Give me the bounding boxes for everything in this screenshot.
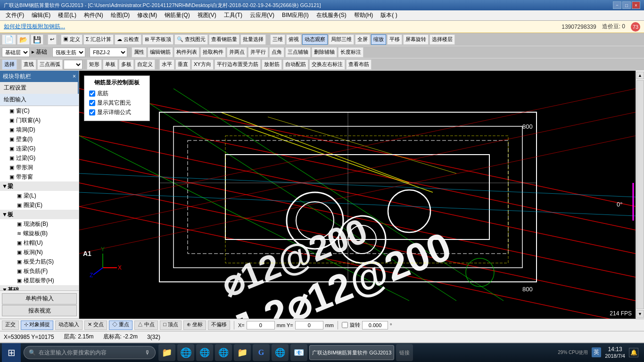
bar-code-select[interactable]: FBZJ-2 [90,48,127,57]
sidebar-close-icon[interactable]: × [73,73,76,80]
menu-component[interactable]: 构件(N) [80,10,107,20]
open-btn[interactable]: 📂 [17,34,30,45]
point-angle-btn[interactable]: 点角 [269,47,284,58]
dim-btn[interactable]: 长度标注 [338,47,363,58]
sidebar-item-slab-hole[interactable]: ▣板洞(N) [0,247,79,257]
sidebar-item-slab-rebar[interactable]: ▣板受力筋(S) [0,257,79,266]
parallel-btn[interactable]: 并平行 [248,47,268,58]
sidebar-item-floor-strip[interactable]: ▣楼层板带(H) [0,276,79,285]
draw-select[interactable] [64,60,83,69]
taskbar-app-link[interactable]: 链接 [396,344,413,361]
sidebar-item-strip-window[interactable]: ▣带形窗 [0,172,79,181]
menu-help[interactable]: 帮助(H) [350,10,377,20]
notif-count[interactable]: 73 [631,22,640,32]
parallel-place-btn[interactable]: 平行边布置受力筋 [215,59,261,70]
sidebar-item-lintel[interactable]: ▣过梁(G) [0,153,79,163]
taskbar-search[interactable]: 🔍 在这里输入你要搜索的内容 🎙 [24,346,156,359]
right-scroll-up[interactable]: ▲ [636,72,644,79]
menu-rebar-qty[interactable]: 钢筋量(Q) [161,10,193,20]
formula-checkbox[interactable] [89,109,95,115]
right-scroll-mid[interactable] [636,80,644,309]
vertical-btn[interactable]: 垂直 [175,59,190,70]
notif-message[interactable]: 如何处理筏板附加钢筋... [4,23,65,31]
y-input[interactable] [295,321,323,329]
mic-icon[interactable]: 🎙 [145,349,150,356]
x-input[interactable] [247,321,275,329]
snap-midweight[interactable]: ◇ 重点 [109,321,132,330]
radial-bar-btn[interactable]: 放射筋 [262,59,282,70]
snap-intersection[interactable]: ✕ 交点 [84,321,107,330]
sidebar-item-niche[interactable]: ▣壁龛(I) [0,134,79,144]
sidebar-item-strip-hole[interactable]: ▣带形洞 [0,163,79,172]
taskbar-app-g[interactable]: G [253,344,270,361]
rotate-checkbox[interactable] [342,322,348,328]
start-button[interactable]: ⊞ [2,343,21,362]
view-bar-btn[interactable]: 查看布筋 [346,59,372,70]
other-elem-checkbox[interactable] [89,100,95,106]
taskbar-app-file[interactable]: 📁 [234,344,251,361]
two-points-btn[interactable]: 并两点 [227,47,247,58]
rotate-input[interactable] [362,321,388,329]
bottom-bar-checkbox[interactable] [89,90,95,97]
snap-vertex[interactable]: □ 顶点 [160,321,182,330]
sidebar-group-beam[interactable]: ▼ 梁 [0,181,79,191]
rect-btn[interactable]: 矩形 [87,59,102,70]
pan-btn[interactable]: 平移 [387,34,402,45]
menu-version[interactable]: 版本( ) [377,10,401,20]
del-aux-btn[interactable]: 删除辅轴 [312,47,337,58]
menu-tools[interactable]: 工具(T) [220,10,246,20]
zoom-btn[interactable]: 缩放 [371,34,386,45]
taskbar-app-ie2[interactable]: 🌐 [215,344,232,361]
rebar-check-bottom[interactable]: 底筋 [89,90,145,98]
dynamic-view-btn[interactable]: 动态观察 [302,34,328,45]
three-point-aux-btn[interactable]: 三点辅轴 [285,47,311,58]
sidebar-item-conn-beam[interactable]: ▣连梁(G) [0,144,79,153]
snap-dynamic[interactable]: 动态输入 [55,321,83,330]
local-3d-btn[interactable]: 局部三维 [329,34,354,45]
select-floor-btn[interactable]: 选择楼层 [429,34,455,45]
maximize-btn[interactable]: □ [622,1,631,9]
line-btn[interactable]: 直线 [21,59,36,70]
menu-floor[interactable]: 楼层(L) [54,10,80,20]
sidebar-item-door-window[interactable]: ▣门联窗(A) [0,115,79,125]
align-btn[interactable]: ⊞ 平齐板顶 [142,34,173,45]
swap-label-btn[interactable]: 交换左右标注 [309,59,345,70]
sidebar-item-slab-neg-bar[interactable]: ▣板负筋(F) [0,266,79,276]
snap-coord[interactable]: ⊕ 坐标 [183,321,206,330]
sidebar-item-window[interactable]: ▣窗(C) [0,106,79,115]
custom-btn[interactable]: 自定义 [135,59,155,70]
pick-component-btn[interactable]: 拾取构件 [200,47,226,58]
fullscreen-btn[interactable]: 全屏 [355,34,370,45]
undo-btn[interactable]: ↩ [48,34,57,45]
sidebar-drawing-input[interactable]: 绘图输入 [0,94,79,106]
close-btn[interactable]: × [632,1,640,9]
property-btn[interactable]: 属性 [132,47,147,58]
taskbar-active-window[interactable]: 广联达BIM钢筋算量软件 GGJ2013 [309,345,394,360]
single-slab-btn[interactable]: 单板 [103,59,118,70]
sidebar-group-slab[interactable]: ▼ 板 [0,210,79,219]
taskbar-app-mail[interactable]: 📧 [290,344,307,361]
new-btn[interactable]: 📄 [2,34,16,45]
sidebar-group-foundation[interactable]: ▼ 基础 [0,285,79,290]
sidebar-item-col-cap[interactable]: ▣柱帽(U) [0,238,79,247]
sidebar-item-cast-slab[interactable]: ▣现浇板(B) [0,219,79,229]
calc-btn[interactable]: Σ 汇总计算 [83,34,114,45]
component-list-btn[interactable]: 构件列表 [174,47,199,58]
define-btn[interactable]: ▣ 定义 [61,34,83,45]
menu-file[interactable]: 文件(F) [2,10,28,20]
rebar-check-formula[interactable]: 显示详细公式 [89,108,145,116]
layer-select[interactable]: 基础层 [2,48,30,57]
right-scroll-down[interactable]: ▼ [636,310,644,318]
sidebar-project-settings[interactable]: 工程设置 [0,82,79,94]
menu-online[interactable]: 在线服务(S) [313,10,350,20]
menu-modify[interactable]: 修改(M) [133,10,161,20]
taskbar-app-explorer[interactable]: 📁 [158,344,175,361]
notification-icon[interactable]: 🔔 [629,348,638,357]
arc-btn[interactable]: 三点画弧 [37,59,63,70]
sidebar-item-beam[interactable]: ▣梁(L) [0,191,79,200]
menu-bim[interactable]: BIM应用(I) [278,10,313,20]
xy-dir-btn[interactable]: XY方向 [191,59,214,70]
save-btn[interactable]: 💾 [31,34,43,45]
snap-no-offset[interactable]: 不偏移 [208,321,230,330]
cloud-check-btn[interactable]: ☁ 云检查 [115,34,141,45]
